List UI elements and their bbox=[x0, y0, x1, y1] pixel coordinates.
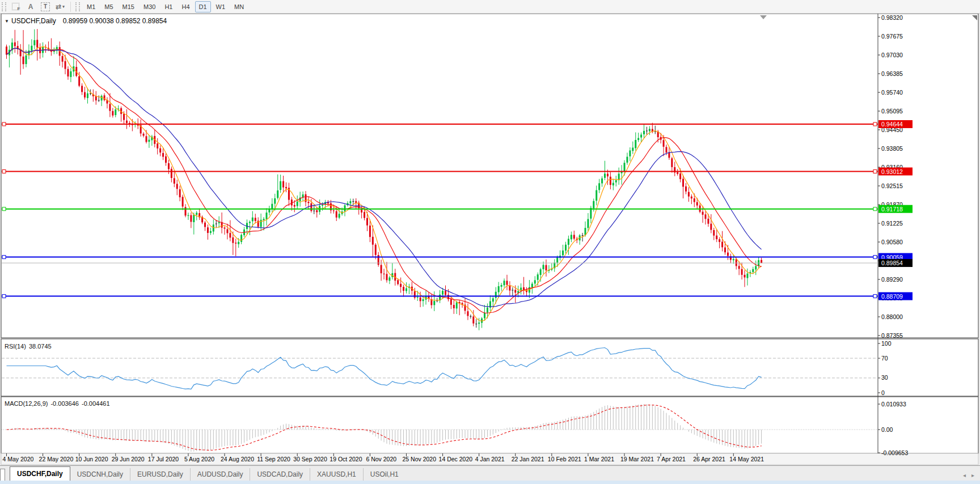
macd-label: MACD(12,26,9)-0.003646-0.004461 bbox=[5, 400, 110, 407]
cursor-a-icon[interactable]: A bbox=[23, 1, 38, 12]
status-strip bbox=[0, 481, 980, 484]
crosshair-arrows-icon[interactable]: ⇄▾ bbox=[53, 1, 67, 12]
svg-text:0.91225: 0.91225 bbox=[881, 220, 903, 227]
timeframe-mn-button[interactable]: MN bbox=[230, 1, 248, 12]
timeframe-m30-button[interactable]: M30 bbox=[140, 1, 159, 12]
tab-bar-stub bbox=[0, 469, 5, 481]
svg-text:10 Jun 2020: 10 Jun 2020 bbox=[75, 456, 108, 462]
svg-text:29 Jun 2020: 29 Jun 2020 bbox=[112, 456, 145, 462]
timeframe-d1-button[interactable]: D1 bbox=[195, 1, 211, 12]
chart-area[interactable]: 0.983200.976750.970300.963850.957400.950… bbox=[0, 14, 980, 465]
svg-text:0.00: 0.00 bbox=[881, 426, 893, 433]
symbol-tab-bar: USDCHF,Daily USDCNH,Daily EURUSD,Daily A… bbox=[0, 465, 980, 481]
svg-text:0.94644: 0.94644 bbox=[881, 121, 903, 128]
timeframe-m5-button[interactable]: M5 bbox=[100, 1, 117, 12]
dropdown-caret-icon: ▾ bbox=[62, 5, 65, 9]
tab-eurusd-daily[interactable]: EURUSD,Daily bbox=[130, 468, 190, 481]
svg-text:0.98320: 0.98320 bbox=[881, 14, 903, 21]
svg-text:1 Mar 2021: 1 Mar 2021 bbox=[584, 456, 614, 462]
tabs-scroll-right-icon[interactable]: ▸ bbox=[971, 472, 974, 478]
timeframe-m1-button[interactable]: M1 bbox=[83, 1, 99, 12]
toolbar-grip[interactable] bbox=[2, 2, 6, 11]
timeframe-h1-button[interactable]: H1 bbox=[160, 1, 176, 12]
svg-text:4 May 2020: 4 May 2020 bbox=[3, 456, 34, 462]
svg-text:0.97675: 0.97675 bbox=[881, 33, 903, 40]
svg-text:22 May 2020: 22 May 2020 bbox=[39, 456, 74, 462]
svg-text:0.010933: 0.010933 bbox=[881, 401, 906, 407]
svg-text:6 Nov 2020: 6 Nov 2020 bbox=[366, 456, 396, 462]
svg-text:19 Mar 2021: 19 Mar 2021 bbox=[620, 456, 654, 462]
svg-text:-0.009653: -0.009653 bbox=[881, 449, 908, 456]
tab-xauusd-h1[interactable]: XAUUSD,H1 bbox=[310, 468, 363, 481]
tab-usdcnh-daily[interactable]: USDCNH,Daily bbox=[70, 468, 130, 481]
tab-scroll-arrows: ◂ ▸ bbox=[963, 472, 974, 478]
tab-usdcad-daily[interactable]: USDCAD,Daily bbox=[250, 468, 310, 481]
timeframe-h4-button[interactable]: H4 bbox=[178, 1, 193, 12]
svg-text:0.90580: 0.90580 bbox=[881, 239, 903, 245]
svg-text:0.93805: 0.93805 bbox=[881, 145, 903, 152]
timeframe-m15-button[interactable]: M15 bbox=[119, 1, 138, 12]
svg-text:0.92515: 0.92515 bbox=[881, 182, 903, 189]
toolbar-grip-2[interactable] bbox=[75, 2, 80, 11]
svg-text:100: 100 bbox=[881, 340, 892, 347]
svg-text:0.87355: 0.87355 bbox=[881, 332, 903, 339]
svg-text:0.89854: 0.89854 bbox=[881, 260, 903, 266]
toolbar-separator bbox=[70, 2, 71, 12]
svg-text:MACD(12,26,9)-0.003646-0.00446: MACD(12,26,9)-0.003646-0.004461 bbox=[5, 400, 110, 407]
svg-text:0.96385: 0.96385 bbox=[881, 70, 903, 77]
svg-text:0.88000: 0.88000 bbox=[881, 313, 903, 320]
svg-text:22 Jan 2021: 22 Jan 2021 bbox=[512, 456, 544, 462]
svg-text:14 Dec 2020: 14 Dec 2020 bbox=[439, 456, 473, 462]
svg-text:19 Oct 2020: 19 Oct 2020 bbox=[330, 456, 362, 462]
tab-usdchf-daily[interactable]: USDCHF,Daily bbox=[10, 466, 70, 481]
svg-text:14 May 2021: 14 May 2021 bbox=[729, 456, 764, 462]
svg-text:▼: ▼ bbox=[5, 19, 9, 24]
svg-text:0.88709: 0.88709 bbox=[881, 293, 903, 300]
svg-text:USDCHF,Daily0.89959 0.90038 0.: USDCHF,Daily0.89959 0.90038 0.89852 0.89… bbox=[11, 17, 167, 25]
timeframe-w1-button[interactable]: W1 bbox=[212, 1, 230, 12]
svg-text:25 Nov 2020: 25 Nov 2020 bbox=[402, 456, 436, 462]
top-toolbar: F A T ⇄▾ M1 M5 M15 M30 H1 H4 D1 W1 MN bbox=[0, 0, 980, 14]
svg-text:4 Jan 2021: 4 Jan 2021 bbox=[475, 456, 505, 462]
chart-title: ▼USDCHF,Daily0.89959 0.90038 0.89852 0.8… bbox=[5, 17, 167, 25]
tab-usoil-h1[interactable]: USOil,H1 bbox=[363, 468, 405, 481]
svg-text:30: 30 bbox=[881, 374, 888, 381]
chart-grid-f-icon[interactable]: F bbox=[9, 1, 23, 12]
svg-text:10 Feb 2021: 10 Feb 2021 bbox=[548, 456, 581, 462]
svg-text:0: 0 bbox=[881, 389, 885, 396]
svg-text:70: 70 bbox=[881, 355, 888, 362]
svg-text:0.95740: 0.95740 bbox=[881, 89, 903, 96]
svg-text:24 Aug 2020: 24 Aug 2020 bbox=[221, 456, 254, 462]
svg-text:17 Jul 2020: 17 Jul 2020 bbox=[148, 456, 179, 462]
svg-text:30 Sep 2020: 30 Sep 2020 bbox=[293, 456, 327, 462]
svg-text:0.97030: 0.97030 bbox=[881, 52, 903, 58]
svg-text:0.93012: 0.93012 bbox=[881, 168, 903, 175]
svg-text:0.95095: 0.95095 bbox=[881, 108, 903, 114]
svg-text:0.91718: 0.91718 bbox=[881, 206, 903, 213]
mt4-window: { "toolbar": { "icons": [ {"name": "char… bbox=[0, 0, 980, 484]
svg-text:11 Sep 2020: 11 Sep 2020 bbox=[257, 456, 290, 462]
tabs-scroll-left-icon[interactable]: ◂ bbox=[963, 472, 966, 478]
svg-text:26 Apr 2021: 26 Apr 2021 bbox=[693, 456, 725, 462]
svg-text:0.89290: 0.89290 bbox=[881, 276, 903, 283]
text-tool-icon[interactable]: T bbox=[38, 1, 53, 12]
tab-audusd-daily[interactable]: AUDUSD,Daily bbox=[190, 468, 250, 481]
svg-text:7 Apr 2021: 7 Apr 2021 bbox=[657, 456, 686, 462]
svg-text:5 Aug 2020: 5 Aug 2020 bbox=[184, 456, 214, 462]
